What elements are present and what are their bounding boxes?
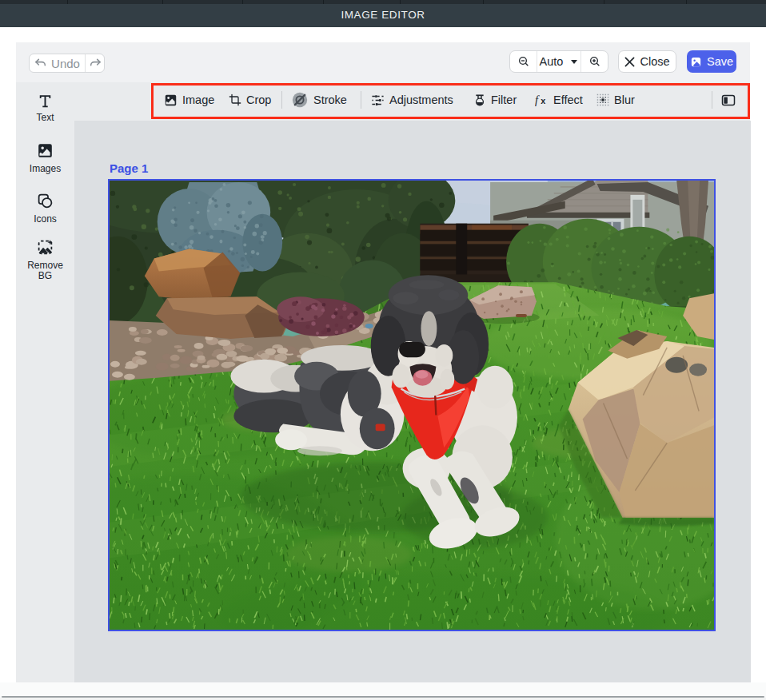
svg-text:f: f xyxy=(535,93,540,106)
svg-text:x: x xyxy=(541,96,545,105)
